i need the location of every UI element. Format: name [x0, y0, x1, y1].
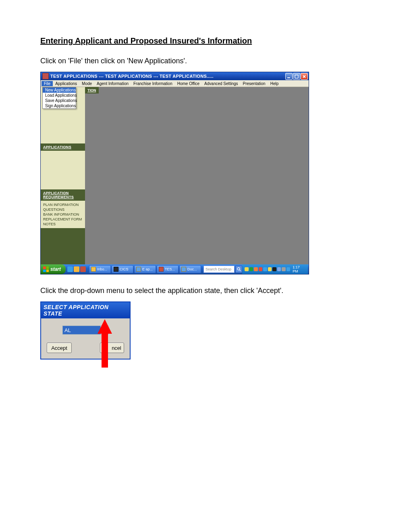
tray-icon[interactable] — [282, 267, 285, 271]
sidebar-requirements-list: PLAN INFORMATION QUESTIONS BANK INFORMAT… — [41, 201, 85, 228]
tray-icon[interactable] — [268, 267, 272, 271]
instruction-step-1: Click on 'File' then click on 'New Appli… — [40, 57, 371, 65]
tray-icon[interactable] — [249, 267, 253, 271]
requirement-bank-information[interactable]: BANK INFORMATION — [43, 212, 83, 217]
task-doc[interactable]: Doc... — [179, 265, 201, 273]
task-cics[interactable]: CICS — [112, 265, 133, 273]
task-label: CICS — [120, 267, 129, 271]
quicklaunch-outlook-icon[interactable] — [74, 266, 79, 272]
sidebar: APPLICATIONS APPLICATION REQUIREMENTS PL… — [41, 87, 85, 264]
start-label: start — [50, 266, 61, 272]
minimize-button[interactable] — [285, 73, 293, 80]
menu-franchise-information[interactable]: Franchise Information — [131, 81, 175, 86]
app-icon — [42, 73, 49, 79]
close-button[interactable] — [301, 73, 308, 80]
task-label: Doc... — [187, 267, 197, 271]
annotation-arrow-icon — [98, 319, 112, 368]
file-menu-new-applications[interactable]: New Applications — [43, 87, 76, 93]
requirement-notes[interactable]: NOTES — [43, 222, 83, 227]
menu-help[interactable]: Help — [268, 81, 281, 86]
menubar: File Applications Mode Agent Information… — [41, 80, 309, 87]
task-tes[interactable]: TES... — [157, 265, 179, 273]
menu-home-office[interactable]: Home Office — [175, 81, 202, 86]
menu-agent-information[interactable]: Agent Information — [94, 81, 131, 86]
task-icon — [181, 267, 186, 272]
quicklaunch-app-icon[interactable] — [80, 266, 86, 272]
search-button[interactable] — [235, 266, 242, 273]
tray-icon[interactable] — [286, 267, 290, 271]
quicklaunch-ie-icon[interactable] — [67, 266, 73, 272]
requirement-replacement-form[interactable]: REPLACEMENT FORM — [43, 217, 83, 222]
start-button[interactable]: start — [41, 264, 66, 274]
tray-icon[interactable] — [245, 267, 248, 271]
sidebar-header-requirements: APPLICATION REQUIREMENTS — [41, 189, 85, 201]
svg-marker-4 — [98, 319, 112, 368]
taskbar-clock: 1:17 PM — [293, 265, 305, 273]
svg-line-3 — [239, 270, 241, 271]
tray-icon[interactable] — [272, 267, 276, 271]
task-label: Inbo... — [97, 267, 107, 271]
sidebar-header-applications: APPLICATIONS — [41, 143, 85, 151]
menu-presentation[interactable]: Presentation — [241, 81, 268, 86]
taskbar-items: Inbo... CICS E ap... TES... Doc... — [89, 265, 201, 273]
instruction-step-2: Click the drop-down menu to select the a… — [40, 287, 371, 295]
select-state-dialog: SELECT APPLICATION STATE AL Accept ncel — [40, 301, 131, 360]
accept-button[interactable]: Accept — [47, 343, 72, 353]
tray-icon[interactable] — [259, 267, 262, 271]
task-label: E ap... — [142, 267, 153, 271]
quick-launch — [67, 266, 86, 272]
requirement-questions[interactable]: QUESTIONS — [43, 207, 83, 212]
tray-icon[interactable] — [277, 267, 281, 271]
tray-icon[interactable] — [263, 267, 267, 271]
menu-applications[interactable]: Applications — [53, 81, 79, 86]
menu-advanced-settings[interactable]: Advanced Settings — [202, 81, 240, 86]
task-icon — [159, 267, 164, 272]
system-tray: 1:17 PM — [242, 264, 308, 274]
task-icon — [91, 267, 96, 272]
svg-rect-0 — [287, 77, 290, 78]
menu-file[interactable]: File — [42, 81, 53, 86]
file-menu-load-applications[interactable]: Load Applications — [43, 93, 76, 98]
svg-point-2 — [237, 268, 240, 270]
sidebar-panel-applications — [41, 151, 85, 189]
main-content-area: TION — [85, 87, 309, 264]
file-menu-save-applications[interactable]: Save Applications — [43, 98, 76, 103]
requirement-plan-information[interactable]: PLAN INFORMATION — [43, 202, 83, 207]
task-icon — [136, 267, 141, 272]
window-titlebar[interactable]: TEST APPLICATIONS --- TEST APPLICATIONS … — [41, 72, 309, 80]
dialog-title: SELECT APPLICATION STATE — [41, 302, 130, 318]
tray-icon[interactable] — [254, 267, 257, 271]
page-heading: Entering Applicant and Proposed Insured'… — [40, 36, 371, 46]
windows-logo-icon — [43, 266, 49, 272]
search-desktop-input[interactable]: Search Desktop — [203, 266, 235, 273]
task-inbox[interactable]: Inbo... — [89, 265, 111, 273]
maximize-button[interactable] — [293, 73, 300, 80]
dialog-screenshot: SELECT APPLICATION STATE AL Accept ncel — [40, 301, 132, 360]
svg-rect-1 — [295, 75, 298, 78]
taskbar: start Inbo... CICS E ap... TES... Doc...… — [41, 264, 309, 274]
sidebar-header-fragment: TION — [85, 87, 99, 94]
task-eap[interactable]: E ap... — [134, 265, 156, 273]
client-area: New Applications Load Applications Save … — [41, 87, 309, 264]
task-label: TES... — [165, 267, 175, 271]
menu-mode[interactable]: Mode — [79, 81, 94, 86]
window-title: TEST APPLICATIONS --- TEST APPLICATIONS … — [50, 74, 214, 79]
state-dropdown-value: AL — [63, 326, 100, 334]
file-dropdown-menu: New Applications Load Applications Save … — [42, 87, 76, 109]
file-menu-sign-applications[interactable]: Sign Applications — [43, 103, 76, 108]
app-window-screenshot: TEST APPLICATIONS --- TEST APPLICATIONS … — [40, 72, 309, 274]
task-icon — [114, 267, 118, 272]
